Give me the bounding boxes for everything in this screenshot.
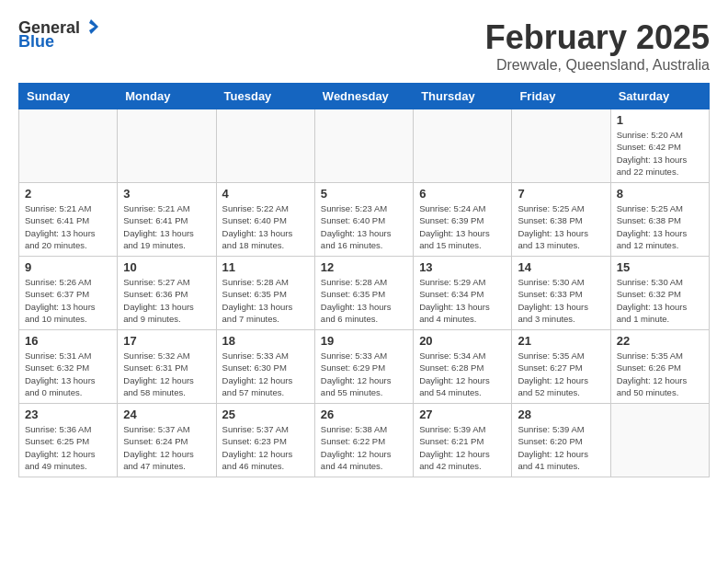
day-info: Sunrise: 5:35 AMSunset: 6:27 PMDaylight:… xyxy=(518,350,604,398)
calendar-cell: 1Sunrise: 5:20 AMSunset: 6:42 PMDaylight… xyxy=(610,109,709,183)
day-number: 5 xyxy=(321,187,407,201)
calendar-cell: 6Sunrise: 5:24 AMSunset: 6:39 PMDaylight… xyxy=(414,183,512,257)
day-info: Sunrise: 5:31 AMSunset: 6:32 PMDaylight:… xyxy=(25,350,111,398)
day-number: 2 xyxy=(25,187,111,201)
calendar-cell xyxy=(216,109,314,183)
calendar-subtitle: Drewvale, Queensland, Australia xyxy=(485,57,710,74)
calendar-week-0: 1Sunrise: 5:20 AMSunset: 6:42 PMDaylight… xyxy=(19,109,710,183)
calendar-cell: 20Sunrise: 5:34 AMSunset: 6:28 PMDayligh… xyxy=(414,330,512,404)
day-number: 23 xyxy=(25,408,111,421)
calendar-cell: 19Sunrise: 5:33 AMSunset: 6:29 PMDayligh… xyxy=(314,330,413,404)
calendar-title: February 2025 xyxy=(485,18,710,57)
calendar-cell: 27Sunrise: 5:39 AMSunset: 6:21 PMDayligh… xyxy=(414,404,512,477)
calendar-cell: 15Sunrise: 5:30 AMSunset: 6:32 PMDayligh… xyxy=(610,257,709,330)
calendar-cell: 24Sunrise: 5:37 AMSunset: 6:24 PMDayligh… xyxy=(118,404,216,477)
day-info: Sunrise: 5:38 AMSunset: 6:22 PMDaylight:… xyxy=(321,423,407,472)
day-number: 11 xyxy=(222,260,309,274)
calendar-cell: 14Sunrise: 5:30 AMSunset: 6:33 PMDayligh… xyxy=(512,257,610,330)
day-number: 16 xyxy=(25,334,111,348)
calendar-cell: 3Sunrise: 5:21 AMSunset: 6:41 PMDaylight… xyxy=(118,183,216,257)
calendar-cell xyxy=(314,109,413,183)
day-info: Sunrise: 5:26 AMSunset: 6:37 PMDaylight:… xyxy=(25,276,111,325)
weekday-header-saturday: Saturday xyxy=(610,84,709,109)
logo-icon xyxy=(82,17,100,36)
day-info: Sunrise: 5:23 AMSunset: 6:40 PMDaylight:… xyxy=(321,202,407,251)
calendar-table: SundayMondayTuesdayWednesdayThursdayFrid… xyxy=(18,83,710,477)
day-info: Sunrise: 5:29 AMSunset: 6:34 PMDaylight:… xyxy=(419,276,506,325)
day-info: Sunrise: 5:21 AMSunset: 6:41 PMDaylight:… xyxy=(123,202,210,251)
day-number: 6 xyxy=(419,187,506,201)
logo-blue-text: Blue xyxy=(18,32,54,52)
weekday-header-row: SundayMondayTuesdayWednesdayThursdayFrid… xyxy=(19,84,710,109)
day-number: 8 xyxy=(617,187,703,201)
calendar-week-1: 2Sunrise: 5:21 AMSunset: 6:41 PMDaylight… xyxy=(19,183,710,257)
day-info: Sunrise: 5:20 AMSunset: 6:42 PMDaylight:… xyxy=(617,129,703,178)
weekday-header-tuesday: Tuesday xyxy=(216,84,314,109)
day-number: 26 xyxy=(321,408,407,421)
day-info: Sunrise: 5:32 AMSunset: 6:31 PMDaylight:… xyxy=(123,350,210,398)
calendar-cell xyxy=(414,109,512,183)
calendar-cell: 22Sunrise: 5:35 AMSunset: 6:26 PMDayligh… xyxy=(610,330,709,404)
weekday-header-thursday: Thursday xyxy=(414,84,512,109)
day-number: 4 xyxy=(222,187,309,201)
calendar-cell xyxy=(610,404,709,477)
svg-marker-0 xyxy=(89,19,98,34)
day-number: 25 xyxy=(222,408,309,421)
day-number: 19 xyxy=(321,334,407,348)
day-number: 13 xyxy=(419,260,506,274)
day-info: Sunrise: 5:30 AMSunset: 6:33 PMDaylight:… xyxy=(518,276,604,325)
calendar-cell xyxy=(512,109,610,183)
day-info: Sunrise: 5:28 AMSunset: 6:35 PMDaylight:… xyxy=(222,276,309,325)
day-info: Sunrise: 5:33 AMSunset: 6:29 PMDaylight:… xyxy=(321,350,407,398)
calendar-week-3: 16Sunrise: 5:31 AMSunset: 6:32 PMDayligh… xyxy=(19,330,710,404)
day-number: 1 xyxy=(617,113,703,127)
day-number: 15 xyxy=(617,260,703,274)
day-info: Sunrise: 5:33 AMSunset: 6:30 PMDaylight:… xyxy=(222,350,309,398)
day-number: 24 xyxy=(123,408,210,421)
day-number: 21 xyxy=(518,334,604,348)
calendar-cell: 9Sunrise: 5:26 AMSunset: 6:37 PMDaylight… xyxy=(19,257,118,330)
day-number: 14 xyxy=(518,260,604,274)
day-info: Sunrise: 5:21 AMSunset: 6:41 PMDaylight:… xyxy=(25,202,111,251)
calendar-cell: 12Sunrise: 5:28 AMSunset: 6:35 PMDayligh… xyxy=(314,257,413,330)
day-number: 17 xyxy=(123,334,210,348)
weekday-header-monday: Monday xyxy=(118,84,216,109)
weekday-header-friday: Friday xyxy=(512,84,610,109)
day-number: 27 xyxy=(419,408,506,421)
day-number: 12 xyxy=(321,260,407,274)
calendar-cell: 16Sunrise: 5:31 AMSunset: 6:32 PMDayligh… xyxy=(19,330,118,404)
calendar-cell xyxy=(19,109,118,183)
day-number: 7 xyxy=(518,187,604,201)
calendar-cell: 5Sunrise: 5:23 AMSunset: 6:40 PMDaylight… xyxy=(314,183,413,257)
day-info: Sunrise: 5:39 AMSunset: 6:20 PMDaylight:… xyxy=(518,423,604,472)
day-number: 9 xyxy=(25,260,111,274)
day-number: 3 xyxy=(123,187,210,201)
day-info: Sunrise: 5:37 AMSunset: 6:24 PMDaylight:… xyxy=(123,423,210,472)
calendar-week-4: 23Sunrise: 5:36 AMSunset: 6:25 PMDayligh… xyxy=(19,404,710,477)
day-info: Sunrise: 5:35 AMSunset: 6:26 PMDaylight:… xyxy=(617,350,703,398)
calendar-cell: 26Sunrise: 5:38 AMSunset: 6:22 PMDayligh… xyxy=(314,404,413,477)
day-number: 20 xyxy=(419,334,506,348)
day-info: Sunrise: 5:27 AMSunset: 6:36 PMDaylight:… xyxy=(123,276,210,325)
calendar-cell: 23Sunrise: 5:36 AMSunset: 6:25 PMDayligh… xyxy=(19,404,118,477)
day-info: Sunrise: 5:22 AMSunset: 6:40 PMDaylight:… xyxy=(222,202,309,251)
day-info: Sunrise: 5:25 AMSunset: 6:38 PMDaylight:… xyxy=(617,202,703,251)
calendar-cell: 4Sunrise: 5:22 AMSunset: 6:40 PMDaylight… xyxy=(216,183,314,257)
calendar-cell: 10Sunrise: 5:27 AMSunset: 6:36 PMDayligh… xyxy=(118,257,216,330)
page-header: General Blue February 2025 Drewvale, Que… xyxy=(18,18,710,74)
day-info: Sunrise: 5:28 AMSunset: 6:35 PMDaylight:… xyxy=(321,276,407,325)
title-section: February 2025 Drewvale, Queensland, Aust… xyxy=(485,18,710,74)
calendar-cell: 2Sunrise: 5:21 AMSunset: 6:41 PMDaylight… xyxy=(19,183,118,257)
day-info: Sunrise: 5:34 AMSunset: 6:28 PMDaylight:… xyxy=(419,350,506,398)
weekday-header-wednesday: Wednesday xyxy=(314,84,413,109)
calendar-cell xyxy=(118,109,216,183)
weekday-header-sunday: Sunday xyxy=(19,84,118,109)
calendar-cell: 13Sunrise: 5:29 AMSunset: 6:34 PMDayligh… xyxy=(414,257,512,330)
day-number: 10 xyxy=(123,260,210,274)
day-info: Sunrise: 5:37 AMSunset: 6:23 PMDaylight:… xyxy=(222,423,309,472)
calendar-cell: 28Sunrise: 5:39 AMSunset: 6:20 PMDayligh… xyxy=(512,404,610,477)
day-info: Sunrise: 5:24 AMSunset: 6:39 PMDaylight:… xyxy=(419,202,506,251)
calendar-cell: 7Sunrise: 5:25 AMSunset: 6:38 PMDaylight… xyxy=(512,183,610,257)
day-info: Sunrise: 5:36 AMSunset: 6:25 PMDaylight:… xyxy=(25,423,111,472)
calendar-cell: 21Sunrise: 5:35 AMSunset: 6:27 PMDayligh… xyxy=(512,330,610,404)
